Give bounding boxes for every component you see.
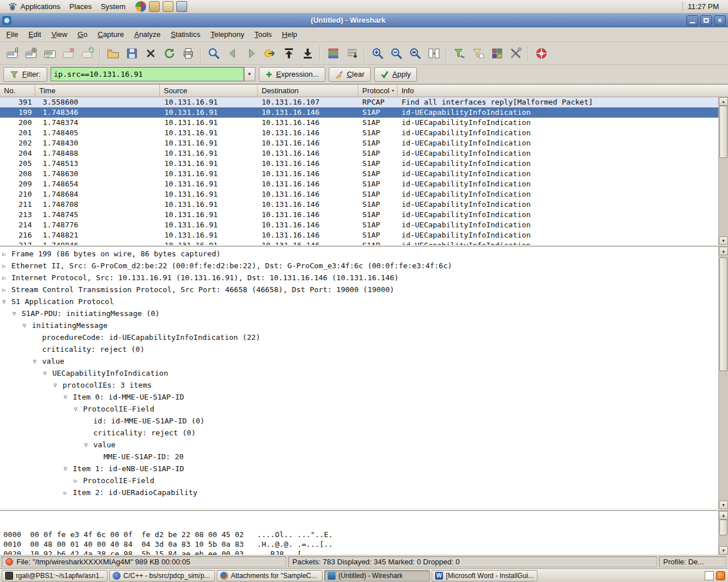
expander-open-icon[interactable]: ▽ [33, 355, 42, 367]
filter-dropdown-button[interactable]: ▼ [244, 67, 255, 81]
menu-analyze[interactable]: Analyze [129, 28, 166, 41]
hex-line[interactable]: 0010 00 48 00 01 40 00 40 84 04 3d 0a 83… [3, 539, 718, 549]
new-capture-button[interactable] [40, 44, 59, 63]
expander-open-icon[interactable]: ▽ [64, 463, 73, 475]
clear-button[interactable]: Clear [329, 67, 371, 82]
expander-open-icon[interactable]: ▽ [23, 319, 32, 331]
expander-closed-icon[interactable]: ▷ [2, 260, 11, 272]
column-header-info[interactable]: Info [398, 85, 728, 97]
go-back-button[interactable] [223, 44, 242, 63]
minimize-button[interactable] [686, 15, 698, 26]
taskbar-button[interactable]: [Microsoft Word - InstallGui...] [432, 570, 537, 581]
capture-options-button[interactable] [22, 44, 40, 63]
maximize-button[interactable] [700, 15, 712, 26]
hex-scrollbar[interactable]: ▲ ▼ [718, 511, 728, 555]
menu-statistics[interactable]: Statistics [166, 28, 205, 41]
menu-tools[interactable]: Tools [250, 28, 277, 41]
detail-line[interactable]: criticality: reject (0) [0, 427, 718, 439]
detail-line[interactable]: ▽Item 0: id-MME-UE-S1AP-ID [0, 391, 718, 403]
scroll-down-icon[interactable]: ▼ [719, 236, 728, 245]
menu-edit[interactable]: Edit [23, 28, 46, 41]
scroll-up-icon[interactable]: ▲ [719, 97, 728, 106]
expander-open-icon[interactable]: ▽ [64, 391, 73, 403]
packet-row[interactable]: 3913.55860010.131.16.9110.131.16.107RPCA… [0, 97, 718, 107]
detail-line[interactable]: ▽S1AP-PDU: initiatingMessage (0) [0, 307, 718, 319]
app-launcher-icon-3[interactable] [163, 1, 173, 12]
menu-go[interactable]: Go [72, 28, 92, 41]
packet-row[interactable]: 2171.74884610.131.16.9110.131.16.146S1AP… [0, 240, 718, 245]
packet-row[interactable]: 2161.74882110.131.16.9110.131.16.146S1AP… [0, 230, 718, 240]
colorize-button[interactable] [324, 44, 342, 63]
detail-line[interactable]: MME-UE-S1AP-ID: 20 [0, 451, 718, 463]
packet-row[interactable]: 2021.74843010.131.16.9110.131.16.146S1AP… [0, 138, 718, 148]
menu-view[interactable]: View [46, 28, 72, 41]
packet-row[interactable]: 2091.74865410.131.16.9110.131.16.146S1AP… [0, 179, 718, 189]
expander-open-icon[interactable]: ▽ [53, 379, 63, 391]
list-interfaces-button[interactable] [3, 44, 22, 63]
app-launcher-icon-4[interactable] [176, 1, 187, 12]
expander-closed-icon[interactable]: ▷ [2, 272, 11, 284]
scroll-down-icon[interactable]: ▼ [719, 546, 728, 555]
coloring-rules-button[interactable] [487, 44, 506, 63]
auto-scroll-button[interactable] [342, 44, 361, 63]
save-file-button[interactable] [122, 44, 141, 63]
filter-button[interactable]: Filter: [3, 67, 47, 82]
packet-row[interactable]: 2141.74877610.131.16.9110.131.16.146S1AP… [0, 220, 718, 230]
capture-filters-button[interactable] [450, 44, 469, 63]
expander-open-icon[interactable]: ▽ [13, 307, 22, 319]
detail-line[interactable]: criticality: reject (0) [0, 343, 718, 355]
close-file-button[interactable] [141, 44, 160, 63]
menu-file[interactable]: File [1, 28, 23, 41]
detail-line[interactable]: ▽S1 Application Protocol [0, 296, 718, 307]
taskbar-button[interactable]: C/C++ - bs/src/pdcp_sim/p... [109, 570, 215, 581]
expander-closed-icon[interactable]: ▷ [2, 248, 11, 260]
reload-button[interactable] [160, 44, 179, 63]
places-menu[interactable]: Places [65, 1, 96, 12]
scroll-up-icon[interactable]: ▲ [719, 511, 728, 519]
tray-icon-1[interactable] [705, 571, 714, 580]
expression-button[interactable]: Expression... [259, 67, 325, 82]
app-launcher-icon-2[interactable] [149, 1, 160, 12]
filter-input[interactable] [51, 67, 244, 81]
scroll-up-icon[interactable]: ▲ [719, 247, 728, 255]
find-packet-button[interactable] [204, 44, 223, 63]
packet-row[interactable]: 2001.74837410.131.16.9110.131.16.146S1AP… [0, 118, 718, 128]
zoom-in-button[interactable] [368, 44, 387, 63]
menu-telephony[interactable]: Telephony [205, 28, 249, 41]
app-launcher-icon-1[interactable] [135, 1, 146, 12]
print-button[interactable] [179, 44, 197, 63]
detail-line[interactable]: ▷Frame 199 (86 bytes on wire, 86 bytes c… [0, 248, 718, 260]
taskbar-button[interactable]: (Untitled) - Wireshark [324, 570, 430, 581]
detail-line[interactable]: ▷Ethernet II, Src: G-ProCom_d2:be:22 (00… [0, 260, 718, 272]
detail-line[interactable]: ▽ProtocolIE-Field [0, 403, 718, 415]
hex-line[interactable]: 0000 00 0f fe e3 4f 6c 00 0f fe d2 be 22… [3, 530, 718, 539]
detail-line[interactable]: ▷Item 2: id-UERadioCapability [0, 487, 718, 498]
go-to-top-button[interactable] [279, 44, 298, 63]
scroll-thumb[interactable] [719, 106, 727, 158]
details-scrollbar[interactable]: ▲ ▼ [718, 247, 728, 509]
expander-open-icon[interactable]: ▽ [43, 367, 52, 379]
expander-closed-icon[interactable]: ▷ [2, 284, 11, 296]
open-file-button[interactable] [104, 44, 122, 63]
expander-open-icon[interactable]: ▽ [74, 403, 83, 415]
title-bar[interactable]: (Untitled) - Wireshark × [0, 14, 728, 27]
detail-line[interactable]: ▷ProtocolIE-Field [0, 475, 718, 487]
tray-icon-2[interactable] [716, 571, 725, 580]
expander-closed-icon[interactable]: ▷ [64, 487, 73, 498]
expert-info-icon[interactable] [6, 558, 13, 566]
packet-row[interactable]: 2101.74868410.131.16.9110.131.16.146S1AP… [0, 189, 718, 199]
help-button[interactable] [532, 44, 551, 63]
menu-help[interactable]: Help [277, 28, 303, 41]
expander-open-icon[interactable]: ▽ [84, 439, 93, 451]
scroll-track[interactable] [719, 255, 728, 501]
menu-capture[interactable]: Capture [93, 28, 129, 41]
column-header-protocol[interactable]: Protocol▾ [358, 85, 398, 97]
packet-row[interactable]: 2011.74840510.131.16.9110.131.16.146S1AP… [0, 128, 718, 138]
detail-line[interactable]: ▷Stream Control Transmission Protocol, S… [0, 284, 718, 296]
column-header-no[interactable]: No. [0, 85, 35, 97]
packet-row[interactable]: 2051.74851310.131.16.9110.131.16.146S1AP… [0, 159, 718, 169]
scroll-track[interactable] [719, 519, 728, 546]
applications-menu[interactable]: Applications [3, 1, 65, 13]
scroll-down-icon[interactable]: ▼ [719, 501, 728, 509]
packet-row[interactable]: 2041.74848810.131.16.9110.131.16.146S1AP… [0, 148, 718, 159]
